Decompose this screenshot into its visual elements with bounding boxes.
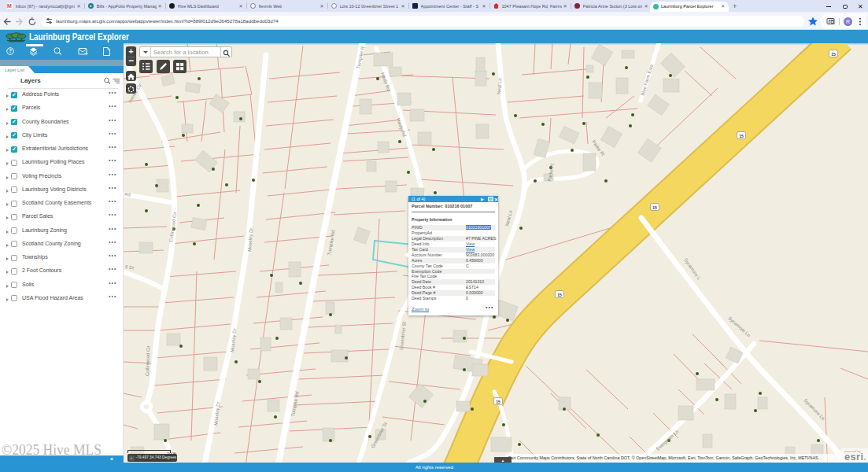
svg-text:15: 15 bbox=[557, 293, 562, 297]
svg-text:?: ? bbox=[9, 48, 12, 53]
svg-text:Rd: Rd bbox=[124, 192, 131, 197]
svg-text:15: 15 bbox=[496, 400, 500, 404]
svg-text:R: R bbox=[846, 19, 850, 24]
svg-text:15: 15 bbox=[739, 134, 744, 138]
svg-text:15: 15 bbox=[831, 52, 836, 57]
svg-text:15: 15 bbox=[652, 205, 657, 210]
